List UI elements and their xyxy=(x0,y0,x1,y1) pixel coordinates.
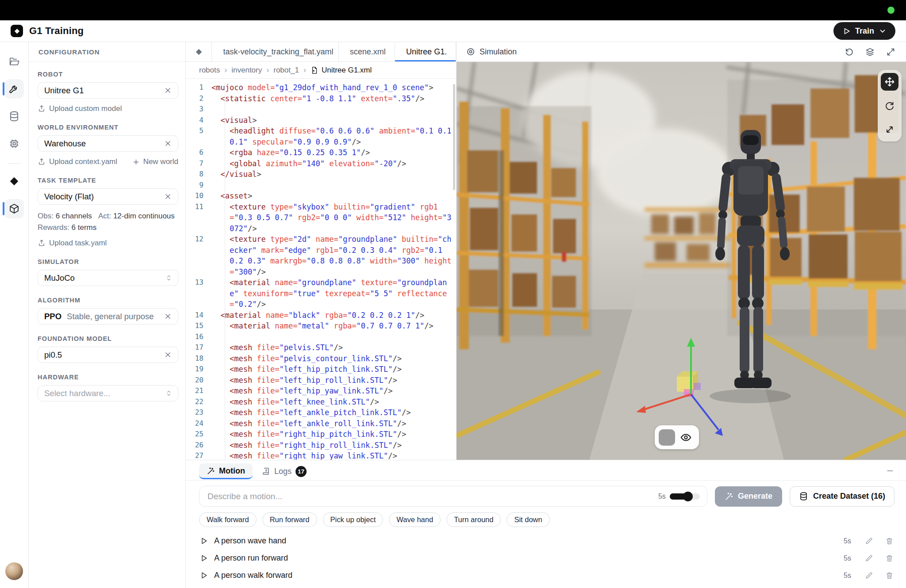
app-header: G1 Training Train xyxy=(0,20,906,42)
code-line: 26<mesh file="right_hip_roll_link.STL"/> xyxy=(186,440,456,451)
create-dataset-button[interactable]: Create Dataset (16) xyxy=(790,486,894,507)
close-icon xyxy=(164,140,172,147)
robot-value: Unitree G1 xyxy=(44,86,163,95)
app-logo xyxy=(11,25,23,37)
algorithm-clear-button[interactable] xyxy=(163,312,173,321)
code-line: 1<mujoco model="g1_29dof_with_hand_rev_1… xyxy=(186,82,456,93)
database-icon xyxy=(799,492,808,501)
train-button-label: Train xyxy=(855,27,874,36)
play-motion-button[interactable] xyxy=(199,536,208,546)
editor-tab-0[interactable]: task-velocity_tracking_flat.yaml xyxy=(212,42,338,61)
layers-button[interactable] xyxy=(864,46,875,57)
editor-scrollbar[interactable] xyxy=(453,84,455,190)
world-field[interactable]: Warehouse xyxy=(38,135,178,152)
breadcrumb-separator: › xyxy=(224,65,227,75)
code-line: 8</visual> xyxy=(186,169,456,180)
new-world-link[interactable]: New world xyxy=(132,157,178,166)
upload-context-label: Upload context.yaml xyxy=(49,157,117,166)
breadcrumb-segment[interactable]: robots xyxy=(199,66,220,75)
tab-motion[interactable]: Motion xyxy=(199,463,253,479)
robot-clear-button[interactable] xyxy=(163,86,173,95)
motion-input[interactable] xyxy=(207,492,658,501)
slider-thumb[interactable] xyxy=(683,492,693,501)
left-racks xyxy=(457,102,591,349)
play-icon xyxy=(199,536,208,546)
eye-icon xyxy=(680,431,692,443)
tab-logs[interactable]: Logs 17 xyxy=(259,463,309,480)
upload-custom-model-link[interactable]: Upload custom model xyxy=(38,104,122,113)
code-editor-panel: task-velocity_tracking_flat.yamlscene.xm… xyxy=(186,42,457,460)
motion-text: A person walk forward xyxy=(214,571,838,580)
foundation-clear-button[interactable] xyxy=(163,350,173,359)
visibility-toggle[interactable] xyxy=(679,431,693,444)
fullscreen-button[interactable] xyxy=(885,46,896,57)
sidebar-item-scene[interactable] xyxy=(4,199,24,218)
upload-task-link[interactable]: Upload task.yaml xyxy=(38,239,107,248)
tab-motion-label: Motion xyxy=(219,466,245,476)
algorithm-field[interactable]: PPO Stable, general purpose xyxy=(38,308,178,325)
simulator-value: MuJoCo xyxy=(44,273,165,283)
logs-icon xyxy=(261,467,270,476)
editor-tab-2[interactable]: Unitree G1. xyxy=(395,42,456,61)
user-avatar[interactable] xyxy=(5,562,23,580)
upload-context-link[interactable]: Upload context.yaml xyxy=(38,157,117,166)
reset-view-button[interactable] xyxy=(844,46,855,57)
suggestion-chip-1[interactable]: Run forward xyxy=(262,512,317,527)
material-swatch[interactable] xyxy=(659,429,675,446)
task-field[interactable]: Velocity (Flat) xyxy=(38,188,178,205)
suggestion-chip-2[interactable]: Pick up object xyxy=(323,512,384,527)
play-motion-button[interactable] xyxy=(199,554,208,563)
code-line: 17<mesh file="pelvis.STL"/> xyxy=(186,342,456,353)
train-button[interactable]: Train xyxy=(833,22,895,40)
suggestion-chip-4[interactable]: Turn around xyxy=(446,512,501,527)
simulation-viewport[interactable] xyxy=(457,62,906,460)
motion-row-1: A person run forward5s xyxy=(199,550,894,567)
delete-motion-button[interactable] xyxy=(884,536,894,546)
sidebar-item-datasets[interactable] xyxy=(4,107,24,126)
database-icon xyxy=(8,111,20,122)
duration-slider[interactable] xyxy=(670,492,700,501)
suggestion-chip-5[interactable]: Sit down xyxy=(507,512,549,527)
suggestion-chip-3[interactable]: Wave hand xyxy=(389,512,441,527)
hardware-select[interactable]: Select hardware... xyxy=(38,385,178,401)
edit-motion-button[interactable] xyxy=(864,570,874,580)
motion-list: A person wave hand5sA person run forward… xyxy=(199,532,894,588)
move-tool-button[interactable] xyxy=(881,73,898,91)
play-icon xyxy=(842,27,851,35)
file-tree-toggle[interactable] xyxy=(186,42,212,61)
world-clear-button[interactable] xyxy=(163,139,173,148)
task-clear-button[interactable] xyxy=(163,192,173,201)
suggestion-chip-0[interactable]: Walk forward xyxy=(199,512,257,527)
robot-field[interactable]: Unitree G1 xyxy=(38,82,178,99)
simulator-select[interactable]: MuJoCo xyxy=(38,270,178,286)
motion-text: A person wave hand xyxy=(214,536,838,546)
trash-icon xyxy=(885,554,894,562)
collapse-panel-button[interactable] xyxy=(886,466,894,475)
generate-button[interactable]: Generate xyxy=(715,486,782,507)
page-title: G1 Training xyxy=(29,25,84,37)
sidebar-item-files[interactable] xyxy=(4,52,24,71)
rotate-tool-button[interactable] xyxy=(881,97,898,115)
delete-motion-button[interactable] xyxy=(884,553,894,563)
robot-label: ROBOT xyxy=(38,71,178,78)
sidebar-item-compute[interactable] xyxy=(4,134,24,153)
viewport-toolbar xyxy=(878,70,902,141)
editor-tabbar: task-velocity_tracking_flat.yamlscene.xm… xyxy=(186,42,456,62)
simulation-panel: Simulation xyxy=(457,42,906,460)
wand-icon xyxy=(207,467,215,475)
close-icon xyxy=(164,313,172,320)
motion-duration: 5s xyxy=(844,554,851,562)
breadcrumb-segment[interactable]: inventory xyxy=(231,66,262,75)
play-motion-button[interactable] xyxy=(199,571,208,580)
sidebar-item-tools[interactable] xyxy=(4,79,24,99)
foundation-field[interactable]: pi0.5 xyxy=(38,347,178,363)
scale-tool-button[interactable] xyxy=(881,121,898,138)
delete-motion-button[interactable] xyxy=(884,570,894,580)
breadcrumb-segment[interactable]: robot_1 xyxy=(273,66,299,75)
rotate-cw-icon xyxy=(884,100,895,111)
edit-motion-button[interactable] xyxy=(864,536,874,546)
edit-motion-button[interactable] xyxy=(864,553,874,563)
code-line: 15<material name="metal" rgba="0.7 0.7 0… xyxy=(186,321,456,332)
sidebar-item-brand[interactable] xyxy=(4,172,24,191)
editor-tab-1[interactable]: scene.xml xyxy=(339,42,395,61)
